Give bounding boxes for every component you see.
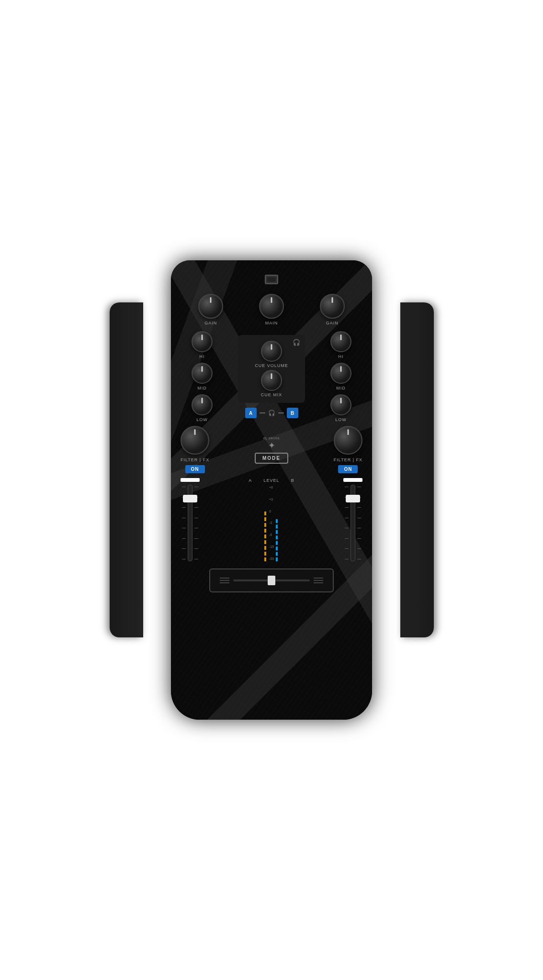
cue-line-right xyxy=(278,412,284,413)
crossfader-rail[interactable] xyxy=(233,579,310,581)
filter-left-knob[interactable] xyxy=(181,426,209,455)
meter-scale: +6 +3 0 -3 -6 -15 -30 xyxy=(269,485,274,561)
scale-3plus: +3 xyxy=(269,498,274,501)
cue-panel: 🎧 CUE VOLUME CUE MIX xyxy=(238,335,305,403)
headphone-icon: 🎧 xyxy=(293,339,300,346)
scale-15: -15 xyxy=(269,545,274,548)
fader-a-cap xyxy=(181,478,200,482)
hi-right-knob[interactable] xyxy=(330,331,351,352)
filter-right-knob[interactable] xyxy=(334,426,362,455)
cue-line-left xyxy=(260,412,265,413)
filter-left-label: FILTER | FX xyxy=(181,457,209,462)
level-meters: A LEVEL B +6 +3 0 xyxy=(243,478,300,561)
cue-mix-knob[interactable] xyxy=(261,370,282,391)
crossfader-right-marks xyxy=(314,578,323,583)
channel-a-fader-thumb[interactable] xyxy=(183,495,197,502)
cue-volume-row: CUE VOLUME xyxy=(255,341,288,368)
scale-30: -30 xyxy=(269,557,274,560)
channel-b-fader-outer xyxy=(345,485,361,561)
level-b-label: B xyxy=(291,478,294,483)
meter-a-fill xyxy=(264,512,267,561)
low-left-label: LOW xyxy=(196,417,208,422)
mode-button[interactable]: MODE xyxy=(255,453,288,464)
filter-right-section: FILTER | FX ON xyxy=(334,426,362,473)
top-knob-row: GAIN MAIN GAIN xyxy=(181,294,362,325)
knob-gain-right: GAIN xyxy=(320,294,345,325)
channel-a-fader-column xyxy=(181,478,200,561)
brand-label: dj skins xyxy=(263,436,280,440)
side-wing-right xyxy=(400,302,434,637)
main-label: MAIN xyxy=(265,321,278,325)
scale-6plus: +6 xyxy=(269,486,274,489)
center-logo-mode: dj skins ✦ MODE xyxy=(255,436,288,464)
low-left-container: LOW xyxy=(192,394,213,422)
star-icon: ✦ xyxy=(268,440,275,451)
meter-a xyxy=(264,485,267,561)
knob-main: MAIN xyxy=(259,294,284,325)
mid-left-label: MID xyxy=(197,386,207,390)
mid-left-container: MID xyxy=(192,363,213,390)
crossfader-thumb[interactable] xyxy=(268,576,275,585)
level-center-label: LEVEL xyxy=(263,478,279,483)
cue-ab-selector: A 🎧 B xyxy=(245,408,298,418)
crossfader-center xyxy=(233,579,310,581)
cue-b-button[interactable]: B xyxy=(287,408,298,418)
low-right-label: LOW xyxy=(335,417,347,422)
channel-b-fader-track[interactable] xyxy=(351,485,355,561)
hi-right-label: HI xyxy=(339,354,344,359)
meters-wrapper: +6 +3 0 -3 -6 -15 -30 xyxy=(264,485,279,561)
eq-right-column: HI MID LOW xyxy=(319,331,362,422)
channel-a-fader-track[interactable] xyxy=(188,485,192,561)
knob-gain-left: GAIN xyxy=(198,294,223,325)
cue-mix-row: CUE MIX xyxy=(261,370,283,397)
cue-volume-label: CUE VOLUME xyxy=(255,363,288,368)
hi-left-knob[interactable] xyxy=(192,331,213,352)
channel-b-fader-column xyxy=(343,478,362,561)
hi-right-container: HI xyxy=(330,331,351,359)
low-right-container: LOW xyxy=(330,394,351,422)
dj-mixer-wrapper: GAIN MAIN GAIN HI xyxy=(136,245,407,735)
fader-section: A LEVEL B +6 +3 0 xyxy=(181,478,362,561)
channel-b-fader-thumb[interactable] xyxy=(346,495,360,502)
usb-port xyxy=(265,275,278,284)
level-a-label: A xyxy=(249,478,252,483)
main-knob[interactable] xyxy=(259,294,284,319)
crossfader-left-marks xyxy=(220,578,229,583)
meter-b xyxy=(276,485,279,561)
gain-left-label: GAIN xyxy=(204,321,217,325)
eq-cue-section: HI MID LOW 🎧 xyxy=(181,331,362,422)
scale-0: 0 xyxy=(269,510,274,513)
fader-b-cap xyxy=(343,478,362,482)
channel-a-fader-outer xyxy=(182,485,198,561)
level-label-row: A LEVEL B xyxy=(243,478,300,483)
cue-a-button[interactable]: A xyxy=(245,408,257,418)
hi-left-container: HI xyxy=(192,331,213,359)
mid-right-knob[interactable] xyxy=(330,363,351,384)
mid-right-label: MID xyxy=(336,386,346,390)
hi-left-label: HI xyxy=(200,354,205,359)
filter-left-section: FILTER | FX ON xyxy=(181,426,209,473)
cue-headphone-icon: 🎧 xyxy=(268,410,275,416)
cue-center-section: 🎧 CUE VOLUME CUE MIX A xyxy=(238,335,305,418)
mid-left-knob[interactable] xyxy=(192,363,213,384)
filter-right-on-btn[interactable]: ON xyxy=(338,465,358,473)
gain-right-label: GAIN xyxy=(326,321,339,325)
meter-b-fill xyxy=(276,519,279,561)
eq-left-column: HI MID LOW xyxy=(181,331,224,422)
cue-mix-label: CUE MIX xyxy=(261,392,283,397)
filter-right-label: FILTER | FX xyxy=(334,457,362,462)
cue-volume-knob[interactable] xyxy=(261,341,282,362)
low-right-knob[interactable] xyxy=(330,394,351,415)
mixer-chassis: GAIN MAIN GAIN HI xyxy=(171,260,372,720)
filter-fx-row: FILTER | FX ON dj skins ✦ MODE FILTER | … xyxy=(181,426,362,473)
low-left-knob[interactable] xyxy=(192,394,213,415)
dj-logo: dj skins ✦ xyxy=(263,436,280,451)
gain-right-knob[interactable] xyxy=(320,294,345,319)
crossfader-frame xyxy=(209,568,334,592)
main-panel: GAIN MAIN GAIN HI xyxy=(181,270,362,710)
mid-right-container: MID xyxy=(330,363,351,390)
side-wing-left xyxy=(110,302,143,637)
scale-6minus: -6 xyxy=(269,533,274,536)
gain-left-knob[interactable] xyxy=(198,294,223,319)
filter-left-on-btn[interactable]: ON xyxy=(185,465,205,473)
